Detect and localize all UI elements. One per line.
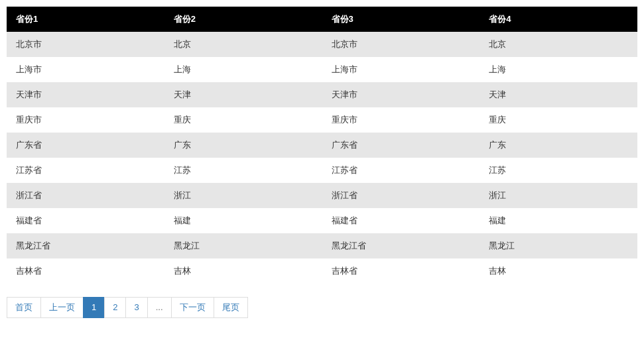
page-ellipsis: ... (147, 297, 172, 318)
table-cell: 浙江省 (322, 183, 480, 208)
table-cell: 黑龙江 (164, 233, 322, 258)
table-row: 江苏省江苏江苏省江苏 (7, 158, 637, 183)
table-cell: 吉林 (480, 258, 637, 284)
table-row: 吉林省吉林吉林省吉林 (7, 258, 637, 284)
table-cell: 北京市 (322, 32, 480, 57)
table-cell: 江苏 (480, 158, 637, 183)
table-cell: 江苏省 (322, 158, 480, 183)
col-header-2: 省份2 (164, 7, 322, 32)
col-header-4: 省份4 (480, 7, 637, 32)
table-row: 黑龙江省黑龙江黑龙江省黑龙江 (7, 233, 637, 258)
table-cell: 黑龙江 (480, 233, 637, 258)
table-cell: 上海市 (7, 57, 164, 82)
table-cell: 黑龙江省 (7, 233, 164, 258)
table-cell: 天津市 (7, 82, 164, 107)
table-row: 福建省福建福建省福建 (7, 208, 637, 233)
col-header-1: 省份1 (7, 7, 164, 32)
table-cell: 广东 (164, 133, 322, 158)
table-cell: 福建省 (322, 208, 480, 233)
table-row: 天津市天津天津市天津 (7, 82, 637, 107)
table-cell: 重庆市 (322, 107, 480, 133)
page-number[interactable]: 1 (83, 297, 105, 318)
table-cell: 上海 (164, 57, 322, 82)
table-cell: 天津 (480, 82, 637, 107)
table-cell: 北京市 (7, 32, 164, 57)
table-row: 广东省广东广东省广东 (7, 133, 637, 158)
page-number[interactable]: 2 (104, 297, 126, 318)
table-row: 上海市上海上海市上海 (7, 57, 637, 82)
table-cell: 广东省 (322, 133, 480, 158)
col-header-3: 省份3 (322, 7, 480, 32)
table-cell: 吉林 (164, 258, 322, 284)
page-last[interactable]: 尾页 (214, 297, 248, 318)
table-cell: 重庆市 (7, 107, 164, 133)
table-cell: 北京 (164, 32, 322, 57)
table-cell: 天津 (164, 82, 322, 107)
table-cell: 上海市 (322, 57, 480, 82)
table-cell: 北京 (480, 32, 637, 57)
table-header-row: 省份1 省份2 省份3 省份4 (7, 7, 637, 32)
table-cell: 广东省 (7, 133, 164, 158)
table-cell: 浙江 (164, 183, 322, 208)
table-cell: 福建省 (7, 208, 164, 233)
table-cell: 吉林省 (322, 258, 480, 284)
table-cell: 广东 (480, 133, 637, 158)
page-number[interactable]: 3 (125, 297, 147, 318)
table-cell: 浙江 (480, 183, 637, 208)
table-cell: 重庆 (164, 107, 322, 133)
table-row: 北京市北京北京市北京 (7, 32, 637, 57)
page-first[interactable]: 首页 (7, 297, 41, 318)
table-cell: 江苏省 (7, 158, 164, 183)
pagination: 首页 上一页 123 ... 下一页 尾页 (7, 297, 637, 318)
table-cell: 上海 (480, 57, 637, 82)
table-cell: 吉林省 (7, 258, 164, 284)
province-table: 省份1 省份2 省份3 省份4 北京市北京北京市北京上海市上海上海市上海天津市天… (7, 7, 637, 284)
table-cell: 江苏 (164, 158, 322, 183)
table-cell: 天津市 (322, 82, 480, 107)
table-cell: 福建 (164, 208, 322, 233)
table-row: 浙江省浙江浙江省浙江 (7, 183, 637, 208)
page-prev[interactable]: 上一页 (40, 297, 84, 318)
table-row: 重庆市重庆重庆市重庆 (7, 107, 637, 133)
table-cell: 浙江省 (7, 183, 164, 208)
table-cell: 重庆 (480, 107, 637, 133)
table-cell: 福建 (480, 208, 637, 233)
table-cell: 黑龙江省 (322, 233, 480, 258)
page-next[interactable]: 下一页 (171, 297, 214, 318)
